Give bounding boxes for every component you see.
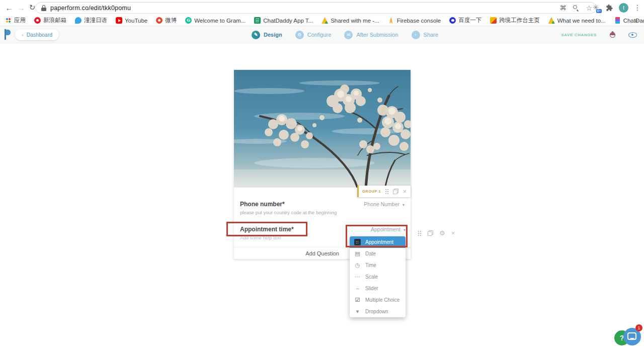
- envelope-icon: ✉: [344, 31, 353, 39]
- appointment-field-label[interactable]: Appointment time*: [240, 226, 294, 233]
- sina-mail-icon: [34, 17, 41, 24]
- baidu-icon: [449, 17, 456, 24]
- share-icon: ‹: [412, 31, 420, 39]
- menu-option-appointment[interactable]: Appointment: [350, 236, 406, 248]
- appointment-field-help[interactable]: Add some help text: [240, 235, 281, 240]
- scale-icon: [354, 274, 361, 280]
- menu-option-time[interactable]: Time: [350, 259, 406, 271]
- form-card: Phone number* please put your country co…: [234, 70, 411, 259]
- group-toolbar: GROUP 1 ×: [357, 186, 411, 197]
- workbench-icon: [490, 17, 497, 24]
- bookmarks-overflow-chevron[interactable]: »: [634, 17, 638, 24]
- close-icon[interactable]: ×: [403, 188, 407, 195]
- menu-option-dropdown[interactable]: Dropdown: [350, 306, 406, 317]
- chrome-menu-icon[interactable]: ⋮: [634, 4, 641, 12]
- preview-eye-icon[interactable]: [628, 32, 637, 38]
- bookmark-japanese[interactable]: 潼潼日语: [75, 17, 107, 24]
- bookmark-workbench[interactable]: 跨境工作台主页: [490, 17, 540, 24]
- weibo-icon: [156, 17, 163, 24]
- tab-after-submission[interactable]: ✉ After Submission: [344, 31, 398, 39]
- drive-icon: [548, 17, 555, 24]
- menu-option-slider[interactable]: Slider: [350, 283, 406, 294]
- chevron-down-icon: ▾: [404, 228, 406, 232]
- phone-type-select[interactable]: Phone Number▾: [364, 201, 405, 207]
- forward-icon[interactable]: →: [16, 3, 26, 13]
- extension-snowflake-icon[interactable]: ✳8+: [591, 3, 600, 12]
- chevron-down-icon: ▾: [403, 203, 405, 207]
- theme-droplet-icon[interactable]: [609, 31, 617, 39]
- browser-address-row: ← → ↻ paperform.co/edit/tkk0pomu ⌘ ☆ ✳8+…: [0, 0, 644, 15]
- address-bar[interactable]: paperform.co/edit/tkk0pomu ⌘ ☆: [35, 2, 597, 14]
- extension-badge: 8+: [596, 9, 602, 14]
- command-extension-icon[interactable]: ⌘: [559, 4, 566, 12]
- slider-icon: [354, 286, 361, 291]
- dashboard-button[interactable]: ‹ Dashboard: [15, 29, 59, 40]
- chevron-left-icon: ‹: [22, 32, 24, 38]
- save-changes-button[interactable]: SAVE CHANGES: [561, 33, 597, 37]
- field-type-menu: Appointment Date Time Scale Slider Multi…: [350, 236, 406, 317]
- duplicate-icon[interactable]: [428, 230, 433, 236]
- field-action-toolbar: ⚙ ×: [418, 230, 455, 236]
- gear-icon: ⚙: [295, 31, 304, 39]
- tab-configure[interactable]: ⚙ Configure: [295, 31, 332, 39]
- drag-handle-icon[interactable]: [418, 230, 422, 236]
- chatdaddy-product-icon: [615, 17, 620, 24]
- paperform-toolbar: ‹ Dashboard ✎ Design ⚙ Configure ✉ After…: [0, 26, 644, 43]
- apps-grid-icon: [5, 17, 12, 24]
- profile-avatar[interactable]: t: [619, 3, 628, 13]
- tab-share[interactable]: ‹ Share: [412, 31, 438, 39]
- blue-bird-icon: [75, 17, 82, 24]
- zoom-search-icon[interactable]: [573, 5, 579, 11]
- bookmark-youtube[interactable]: YouTube: [116, 17, 147, 24]
- close-icon[interactable]: ×: [451, 230, 455, 236]
- pencil-icon: ✎: [252, 31, 260, 39]
- appointment-type-select[interactable]: Appointment▾: [371, 226, 406, 232]
- bookmark-sina-mail[interactable]: 新浪邮箱: [34, 17, 66, 24]
- firebase-icon: [388, 17, 394, 24]
- menu-option-date[interactable]: Date: [350, 248, 406, 259]
- bookmark-shared-with-me[interactable]: Shared with me -...: [321, 17, 379, 24]
- bookmark-firebase-console[interactable]: Firebase console: [388, 17, 441, 24]
- bookmarks-bar: 应用 新浪邮箱 潼潼日语 YouTube 微博 GWelcome to Gram…: [0, 15, 644, 26]
- bookmark-chatdaddy-product[interactable]: ChatDaddy Produ...: [614, 17, 644, 24]
- bookmark-apps[interactable]: 应用: [5, 17, 26, 24]
- drag-handle-icon[interactable]: [385, 189, 389, 194]
- date-icon: [354, 251, 361, 256]
- appointment-icon: [354, 239, 361, 245]
- grammarly-icon: G: [185, 17, 192, 24]
- menu-option-scale[interactable]: Scale: [350, 271, 406, 283]
- bookmark-what-we-need[interactable]: What we need to...: [548, 17, 606, 24]
- bookmark-chatdaddy-app[interactable]: ChatDaddy App T...: [254, 17, 313, 24]
- dropdown-icon: [354, 309, 361, 314]
- lock-icon: [41, 5, 46, 11]
- youtube-icon: [116, 17, 122, 24]
- menu-option-multiple-choice[interactable]: Multiple Choice: [350, 294, 406, 306]
- bookmark-grammarly[interactable]: GWelcome to Gram...: [185, 17, 246, 24]
- form-cover-image: [234, 70, 411, 188]
- bookmark-weibo[interactable]: 微博: [156, 17, 177, 24]
- back-icon[interactable]: ←: [4, 3, 14, 13]
- phone-field-label[interactable]: Phone number*: [240, 201, 285, 208]
- smile-icon: [630, 337, 634, 339]
- gear-icon[interactable]: ⚙: [439, 230, 445, 236]
- phone-field-help[interactable]: please put your country code at the begi…: [240, 210, 337, 215]
- paperform-logo-icon[interactable]: [5, 29, 11, 40]
- drive-icon: [321, 17, 328, 24]
- multiple-choice-icon: [354, 297, 361, 303]
- tab-design[interactable]: ✎ Design: [252, 31, 282, 39]
- duplicate-icon[interactable]: [393, 189, 398, 194]
- extensions-puzzle-icon[interactable]: [606, 4, 613, 12]
- sheets-icon: [254, 17, 261, 24]
- notification-badge: 1: [635, 324, 642, 331]
- time-icon: [354, 262, 361, 268]
- group-label: GROUP 1: [362, 189, 385, 194]
- url-text[interactable]: paperform.co/edit/tkk0pomu: [50, 5, 131, 12]
- bookmark-baidu[interactable]: 百度一下: [449, 17, 481, 24]
